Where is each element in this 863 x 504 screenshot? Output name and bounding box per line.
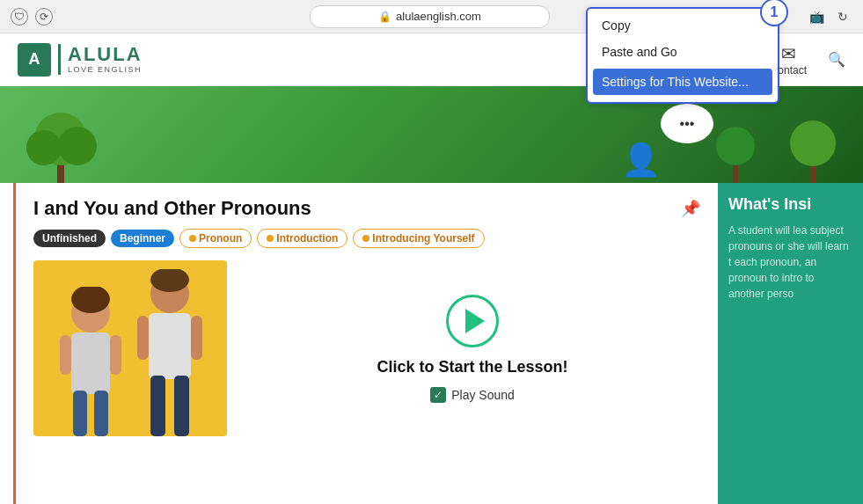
speech-bubble: ••• [661, 104, 713, 143]
logo-main-text: ALULA [68, 44, 143, 65]
start-lesson-text[interactable]: Click to Start the Lesson! [377, 358, 567, 376]
svg-rect-11 [71, 332, 110, 394]
browser-right-icons: 📺 ↻ [807, 7, 852, 26]
context-menu-copy[interactable]: Copy [588, 12, 778, 39]
lesson-body: Click to Start the Lesson! ✓ Play Sound [33, 260, 700, 436]
play-sound-checkbox[interactable]: ✓ [430, 387, 446, 403]
logo-sub-text: LOVE ENGLISH [68, 66, 143, 75]
lesson-title-row: I and You and Other Pronouns 📌 [33, 197, 700, 220]
svg-rect-22 [174, 376, 189, 436]
media-icon[interactable]: 📺 [807, 7, 826, 26]
context-menu-settings[interactable]: Settings for This Website... [593, 69, 772, 95]
svg-rect-15 [94, 391, 108, 436]
context-menu: 1 Copy Paste and Go Settings for This We… [586, 7, 779, 104]
svg-rect-14 [73, 391, 87, 436]
svg-point-4 [58, 127, 97, 165]
site-wrapper: A ALULA LOVE ENGLISH LESSONS ✉ Contact [0, 33, 863, 504]
tree-mid [713, 121, 757, 183]
shield-icon[interactable]: 🛡 [11, 8, 28, 26]
svg-point-3 [26, 130, 62, 165]
lock-icon: 🔒 [378, 11, 391, 23]
whats-inside-title: What's Insi [728, 195, 852, 214]
context-menu-paste-go[interactable]: Paste and Go [588, 39, 778, 65]
tags-row: Unfinished Beginner Pronoun Introduction… [33, 229, 700, 248]
play-sound-label: Play Sound [451, 388, 515, 402]
svg-rect-21 [150, 376, 165, 436]
person-female [55, 287, 126, 436]
person-male [135, 269, 205, 436]
lesson-title: I and You and Other Pronouns [33, 197, 311, 220]
main-content: I and You and Other Pronouns 📌 Unfinishe… [16, 183, 718, 504]
logo-area: A ALULA LOVE ENGLISH [18, 43, 143, 77]
tag-introduction[interactable]: Introduction [257, 229, 347, 248]
logo-icon: A [18, 43, 51, 77]
svg-rect-20 [191, 316, 202, 360]
search-button[interactable]: 🔍 [828, 51, 845, 68]
tag-pronoun[interactable]: Pronoun [179, 229, 252, 248]
dot-introducing [362, 235, 369, 242]
dot-pronoun [189, 235, 196, 242]
svg-point-8 [716, 127, 755, 165]
lesson-image [33, 260, 227, 436]
dot-introduction [267, 235, 274, 242]
tag-introducing-yourself[interactable]: Introducing Yourself [353, 229, 484, 248]
tree-right [784, 113, 845, 183]
hero-person: 👤 [621, 142, 661, 179]
pin-icon: 📌 [681, 199, 700, 218]
address-bar[interactable]: 🔒 alulaenglish.com [310, 5, 551, 28]
tag-beginner[interactable]: Beginner [111, 230, 174, 247]
lesson-play-area: Click to Start the Lesson! ✓ Play Sound [245, 260, 700, 436]
browser-refresh-right[interactable]: ↻ [833, 7, 852, 26]
play-button[interactable] [446, 295, 499, 347]
whats-inside-text: A student will lea subject pronouns or s… [728, 223, 852, 302]
svg-rect-13 [110, 335, 121, 375]
svg-point-6 [790, 121, 836, 166]
play-triangle-icon [465, 309, 485, 333]
play-sound-row: ✓ Play Sound [430, 387, 515, 403]
right-panel: What's Insi A student will lea subject p… [718, 183, 863, 504]
tree-left [26, 104, 97, 183]
logo-text: ALULA LOVE ENGLISH [58, 44, 143, 74]
browser-nav-icons: 🛡 ⟳ [11, 8, 53, 26]
tag-unfinished[interactable]: Unfinished [33, 230, 106, 247]
svg-rect-19 [137, 316, 149, 360]
url-text: alulaenglish.com [396, 10, 481, 23]
contact-icon: ✉ [781, 43, 796, 64]
left-accent-bar [0, 183, 16, 504]
content-area: I and You and Other Pronouns 📌 Unfinishe… [0, 183, 863, 504]
svg-rect-18 [149, 313, 191, 379]
svg-rect-12 [60, 335, 71, 375]
refresh-icon[interactable]: ⟳ [35, 8, 53, 26]
